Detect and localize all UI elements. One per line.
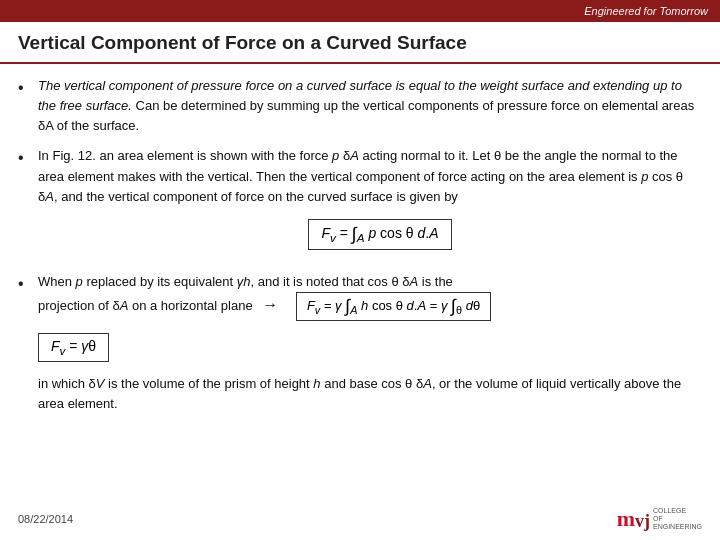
mvj-logo: m vj <box>617 506 650 532</box>
bullet-marker-3: • <box>18 272 34 296</box>
logo-letter-m: m <box>617 506 635 532</box>
bullet-item-2: • In Fig. 12. an area element is shown w… <box>18 146 702 261</box>
footer-date: 08/22/2014 <box>18 513 73 525</box>
formula-fv-gamma: Fv = γ ∫A h cos θ d.A = γ ∫θ dθ <box>296 292 491 321</box>
bullet-marker-1: • <box>18 76 34 100</box>
formula-fv-simple: Fv = γθ <box>38 333 109 362</box>
bullet-marker-2: • <box>18 146 34 170</box>
logo-letter-vj: vj <box>635 511 650 532</box>
bullet-item-1: • The vertical component of pressure for… <box>18 76 702 136</box>
college-label: COLLEGEOFENGINEERING <box>653 507 702 530</box>
bullet-item-3: • When p replaced by its equivalent γh, … <box>18 272 702 414</box>
bullet-text-2: In Fig. 12. an area element is shown wit… <box>38 146 702 261</box>
content-area: • The vertical component of pressure for… <box>0 70 720 430</box>
header-bar: Engineered for Tomorrow <box>0 0 720 22</box>
formula-fv-simple-container: Fv = γθ <box>38 327 702 368</box>
footer: 08/22/2014 m vj COLLEGEOFENGINEERING <box>0 506 720 532</box>
page-title: Vertical Component of Force on a Curved … <box>0 22 720 64</box>
bullet-text-3: When p replaced by its equivalent γh, an… <box>38 272 702 414</box>
bullet-3-after: in which δV is the volume of the prism o… <box>38 374 702 414</box>
logo-area: m vj COLLEGEOFENGINEERING <box>617 506 702 532</box>
header-tagline: Engineered for Tomorrow <box>584 5 708 17</box>
formula-fv-integral: Fv = ∫A p cos θ d.A <box>58 213 702 256</box>
bullet-text-1: The vertical component of pressure force… <box>38 76 702 136</box>
bullet-1-rest: Can be determined by summing up the vert… <box>38 98 694 133</box>
arrow-right-icon: → <box>262 296 278 313</box>
